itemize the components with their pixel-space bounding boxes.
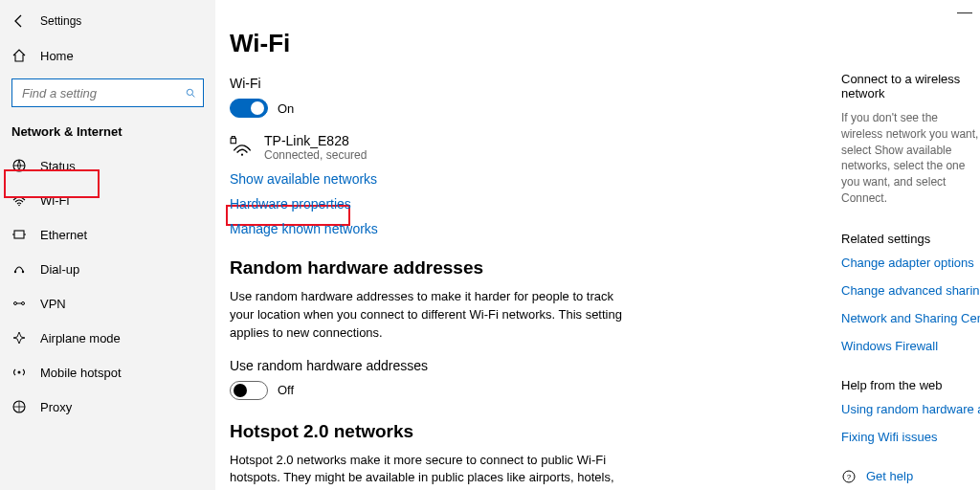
sidebar-item-vpn[interactable]: VPN <box>0 286 215 321</box>
related-heading: Related settings <box>841 232 980 246</box>
link-windows-firewall[interactable]: Windows Firewall <box>841 339 980 353</box>
sidebar-item-label: Wi-Fi <box>40 193 69 208</box>
current-network[interactable]: TP-Link_E828 Connected, secured <box>230 133 842 162</box>
sidebar-item-label: VPN <box>40 297 66 311</box>
svg-point-4 <box>14 271 16 273</box>
wifi-icon <box>11 192 27 208</box>
hotspot-desc: Hotspot 2.0 networks make it more secure… <box>230 452 632 490</box>
sidebar-item-label: Ethernet <box>40 228 87 242</box>
sidebar-item-dialup[interactable]: Dial-up <box>0 252 215 286</box>
sidebar-item-status[interactable]: Status <box>0 148 215 183</box>
help-heading: Help from the web <box>841 378 980 392</box>
link-show-available[interactable]: Show available networks <box>230 171 842 187</box>
settings-title: Settings <box>40 14 81 28</box>
sidebar-item-label: Airplane mode <box>40 331 121 345</box>
home-icon <box>11 48 27 63</box>
vpn-icon <box>11 296 27 311</box>
svg-point-10 <box>241 153 243 155</box>
home-link[interactable]: Home <box>0 40 215 71</box>
sidebar: Settings Home Network & Internet Status … <box>0 0 215 490</box>
right-pane: Connect to a wireless network If you don… <box>841 0 980 490</box>
hotspot-heading: Hotspot 2.0 networks <box>230 421 842 442</box>
svg-rect-3 <box>14 231 24 238</box>
proxy-icon <box>11 399 27 414</box>
link-adapter-options[interactable]: Change adapter options <box>841 256 980 270</box>
link-advanced-sharing[interactable]: Change advanced sharing options <box>841 283 980 298</box>
get-help-label: Get help <box>866 469 913 483</box>
sidebar-item-label: Proxy <box>40 400 72 414</box>
sidebar-item-airplane[interactable]: Airplane mode <box>0 321 215 355</box>
home-label: Home <box>40 49 74 63</box>
search-input-wrap[interactable] <box>11 78 204 107</box>
back-icon[interactable] <box>11 13 27 29</box>
sidebar-item-label: Dial-up <box>40 262 79 277</box>
sidebar-item-hotspot[interactable]: Mobile hotspot <box>0 355 215 390</box>
hotspot-icon <box>11 365 27 380</box>
network-status: Connected, secured <box>264 148 367 162</box>
connect-heading: Connect to a wireless network <box>841 72 980 100</box>
link-hardware-props[interactable]: Hardware properties <box>230 196 842 212</box>
svg-text:?: ? <box>847 473 852 481</box>
wifi-label: Wi-Fi <box>230 76 842 91</box>
svg-point-8 <box>18 371 21 374</box>
get-help-link[interactable]: ? Get help <box>841 469 980 484</box>
random-toggle-label: Use random hardware addresses <box>230 358 842 373</box>
sidebar-item-proxy[interactable]: Proxy <box>0 390 215 424</box>
network-name: TP-Link_E828 <box>264 133 367 148</box>
sidebar-item-label: Status <box>40 159 76 173</box>
airplane-icon <box>11 330 27 345</box>
link-help-random[interactable]: Using random hardware addresses <box>841 402 980 416</box>
svg-rect-11 <box>231 138 235 143</box>
main-content: Wi-Fi Wi-Fi On TP-Link_E828 Connected, s… <box>230 0 842 490</box>
link-network-center[interactable]: Network and Sharing Center <box>841 311 980 325</box>
sidebar-item-wifi[interactable]: Wi-Fi <box>0 183 215 217</box>
search-icon <box>186 86 195 100</box>
svg-point-0 <box>187 89 192 95</box>
connect-text: If you don't see the wireless network yo… <box>841 110 980 207</box>
page-title: Wi-Fi <box>230 29 842 58</box>
random-toggle[interactable] <box>230 381 268 400</box>
svg-point-5 <box>22 271 24 273</box>
search-input[interactable] <box>20 85 186 101</box>
sidebar-item-ethernet[interactable]: Ethernet <box>0 217 215 252</box>
svg-point-6 <box>14 302 17 305</box>
svg-point-7 <box>22 302 25 305</box>
dialup-icon <box>11 261 27 277</box>
wifi-toggle[interactable] <box>230 99 268 118</box>
help-icon: ? <box>841 469 857 484</box>
wifi-toggle-state: On <box>278 101 294 116</box>
link-help-wifi[interactable]: Fixing Wifi issues <box>841 430 980 444</box>
random-desc: Use random hardware addresses to make it… <box>230 288 632 343</box>
status-icon <box>11 158 27 173</box>
sidebar-item-label: Mobile hotspot <box>40 366 122 380</box>
random-heading: Random hardware addresses <box>230 257 842 278</box>
wifi-secured-icon <box>230 136 255 157</box>
svg-point-2 <box>18 205 20 207</box>
ethernet-icon <box>11 227 27 242</box>
link-manage-known[interactable]: Manage known networks <box>230 221 842 236</box>
nav-section-header: Network & Internet <box>0 119 215 148</box>
random-toggle-state: Off <box>278 383 294 397</box>
